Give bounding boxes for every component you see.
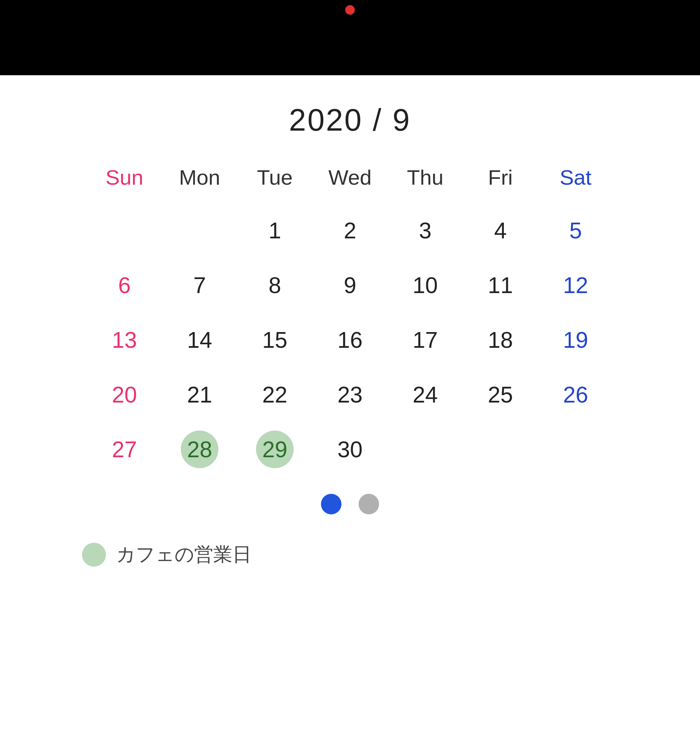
- header-sun: Sun: [87, 158, 162, 203]
- calendar-title: 2020 / 9: [289, 103, 411, 138]
- pagination: [321, 494, 379, 514]
- red-dot: [345, 5, 355, 15]
- page-dot-1[interactable]: [321, 494, 341, 514]
- day-23[interactable]: 23: [312, 367, 388, 422]
- calendar-grid: Sun Mon Tue Wed Thu Fri Sat 1 2 3 4 5 6 …: [87, 158, 613, 477]
- day-4[interactable]: 4: [463, 203, 538, 258]
- page-dot-2[interactable]: [359, 494, 379, 514]
- legend-dot: [82, 543, 106, 567]
- day-empty: [162, 203, 237, 258]
- day-27[interactable]: 27: [87, 422, 162, 477]
- day-1[interactable]: 1: [237, 203, 312, 258]
- day-11[interactable]: 11: [463, 258, 538, 312]
- day-30[interactable]: 30: [312, 422, 388, 477]
- legend: カフェの営業日: [82, 542, 251, 568]
- header-sat: Sat: [538, 158, 613, 203]
- day-18[interactable]: 18: [463, 312, 538, 367]
- day-3[interactable]: 3: [388, 203, 463, 258]
- day-28[interactable]: 28: [162, 422, 237, 477]
- calendar-container: 2020 / 9 Sun Mon Tue Wed Thu Fri Sat 1 2…: [0, 75, 700, 568]
- legend-label: カフェの営業日: [116, 542, 251, 568]
- day-24[interactable]: 24: [388, 367, 463, 422]
- day-8[interactable]: 8: [237, 258, 312, 312]
- header-tue: Tue: [237, 158, 312, 203]
- day-14[interactable]: 14: [162, 312, 237, 367]
- day-empty: [538, 422, 613, 477]
- day-15[interactable]: 15: [237, 312, 312, 367]
- top-bar: [0, 0, 700, 75]
- day-6[interactable]: 6: [87, 258, 162, 312]
- header-fri: Fri: [463, 158, 538, 203]
- day-26[interactable]: 26: [538, 367, 613, 422]
- day-17[interactable]: 17: [388, 312, 463, 367]
- day-22[interactable]: 22: [237, 367, 312, 422]
- day-empty: [388, 422, 463, 477]
- day-29[interactable]: 29: [237, 422, 312, 477]
- header-wed: Wed: [312, 158, 388, 203]
- header-mon: Mon: [162, 158, 237, 203]
- day-5[interactable]: 5: [538, 203, 613, 258]
- header-thu: Thu: [388, 158, 463, 203]
- day-16[interactable]: 16: [312, 312, 388, 367]
- day-21[interactable]: 21: [162, 367, 237, 422]
- day-7[interactable]: 7: [162, 258, 237, 312]
- day-20[interactable]: 20: [87, 367, 162, 422]
- day-empty: [87, 203, 162, 258]
- day-13[interactable]: 13: [87, 312, 162, 367]
- day-25[interactable]: 25: [463, 367, 538, 422]
- day-2[interactable]: 2: [312, 203, 388, 258]
- day-10[interactable]: 10: [388, 258, 463, 312]
- day-empty: [463, 422, 538, 477]
- day-19[interactable]: 19: [538, 312, 613, 367]
- day-9[interactable]: 9: [312, 258, 388, 312]
- day-12[interactable]: 12: [538, 258, 613, 312]
